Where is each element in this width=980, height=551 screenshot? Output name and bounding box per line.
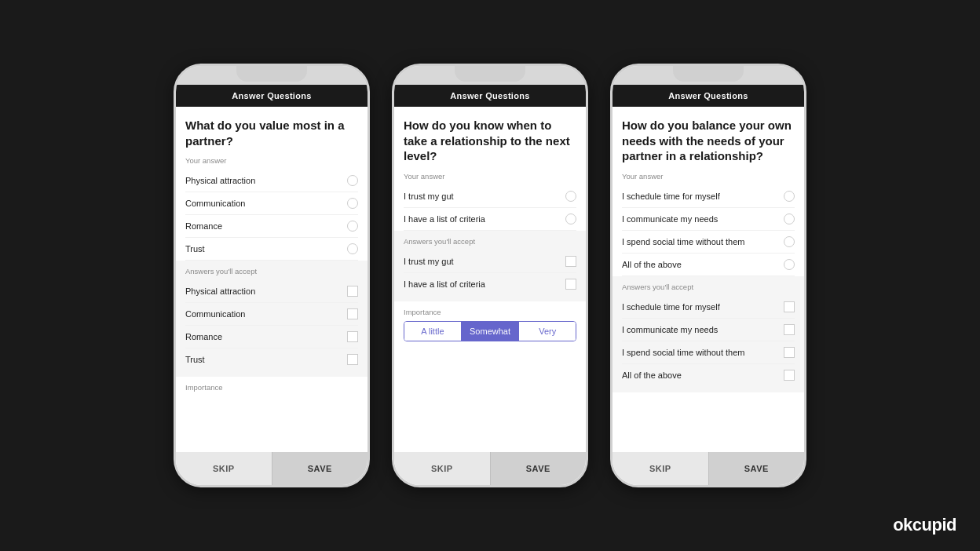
checkbox[interactable] <box>565 256 576 267</box>
checkbox[interactable] <box>784 370 795 381</box>
radio-button[interactable] <box>784 191 795 202</box>
radio-button[interactable] <box>347 243 358 254</box>
your-answer-item-3[interactable]: I spend social time without them <box>622 231 795 254</box>
accept-answer-item-4[interactable]: All of the above <box>622 364 795 386</box>
phone-wrapper-2: Answer QuestionsHow do you know when to … <box>392 64 588 487</box>
answer-text: I trust my gut <box>404 192 454 201</box>
radio-button[interactable] <box>347 221 358 232</box>
checkbox[interactable] <box>784 324 795 335</box>
phone-header: Answer Questions <box>176 85 368 107</box>
answer-text: Physical attraction <box>185 286 255 296</box>
phone-content: How do you balance your own needs with t… <box>612 107 804 485</box>
accept-answer-item-2[interactable]: Communication <box>185 303 358 326</box>
okcupid-logo: okcupid <box>893 515 956 535</box>
accepts-label: Answers you'll accept <box>404 237 576 246</box>
accepts-label: Answers you'll accept <box>185 267 358 276</box>
importance-section: Importance <box>185 377 358 392</box>
content-scroll: How do you balance your own needs with t… <box>612 107 804 452</box>
phone-footer: SKIPSAVE <box>612 452 804 485</box>
answer-text: I spend social time without them <box>622 237 745 246</box>
accept-answer-item-1[interactable]: Physical attraction <box>185 280 358 303</box>
accepts-section: Answers you'll acceptI trust my gutI hav… <box>394 231 586 301</box>
accept-answer-item-1[interactable]: I trust my gut <box>404 250 576 273</box>
answer-text: I spend social time without them <box>622 348 745 357</box>
phone-wrapper-3: Answer QuestionsHow do you balance your … <box>610 64 806 487</box>
accept-answer-item-1[interactable]: I schedule time for myself <box>622 296 795 319</box>
importance-label: Importance <box>404 308 576 316</box>
save-button[interactable]: SAVE <box>709 452 805 485</box>
your-answer-item-2[interactable]: I communicate my needs <box>622 208 795 231</box>
checkbox[interactable] <box>347 354 358 365</box>
save-button[interactable]: SAVE <box>491 452 587 485</box>
answer-text: Romance <box>185 332 222 341</box>
accept-answer-item-4[interactable]: Trust <box>185 348 358 370</box>
phone-1: Answer QuestionsWhat do you value most i… <box>174 64 370 487</box>
your-answer-label: Your answer <box>185 156 358 165</box>
radio-button[interactable] <box>347 175 358 186</box>
importance-btn-a little[interactable]: A little <box>404 322 461 341</box>
your-answer-item-1[interactable]: I trust my gut <box>404 185 576 208</box>
radio-button[interactable] <box>565 213 576 224</box>
accepts-section: Answers you'll acceptPhysical attraction… <box>176 261 368 377</box>
your-answer-label: Your answer <box>622 172 795 181</box>
accept-answer-item-2[interactable]: I communicate my needs <box>622 319 795 341</box>
answer-text: Physical attraction <box>185 176 255 185</box>
answer-text: All of the above <box>622 260 682 269</box>
phones-container: Answer QuestionsWhat do you value most i… <box>174 64 806 487</box>
phone-header: Answer Questions <box>612 85 804 107</box>
answer-text: I have a list of criteria <box>404 279 485 289</box>
answer-text: I have a list of criteria <box>404 214 485 224</box>
importance-label: Importance <box>185 383 358 392</box>
content-scroll: How do you know when to take a relations… <box>394 107 586 452</box>
checkbox[interactable] <box>347 331 358 342</box>
phone-wrapper-1: Answer QuestionsWhat do you value most i… <box>174 64 370 487</box>
importance-btn-somewhat[interactable]: Somewhat <box>462 322 518 341</box>
answer-text: All of the above <box>622 370 682 380</box>
radio-button[interactable] <box>784 213 795 224</box>
your-answer-item-3[interactable]: Romance <box>185 215 358 238</box>
phone-2: Answer QuestionsHow do you know when to … <box>392 64 588 487</box>
accept-answer-item-3[interactable]: I spend social time without them <box>622 341 795 364</box>
answer-text: Romance <box>185 221 222 231</box>
question-title: How do you know when to take a relations… <box>404 118 576 164</box>
skip-button[interactable]: SKIP <box>612 452 708 485</box>
your-answer-item-2[interactable]: Communication <box>185 192 358 215</box>
answer-text: Trust <box>185 244 205 254</box>
phone-notch <box>236 66 307 82</box>
checkbox[interactable] <box>565 279 576 290</box>
radio-button[interactable] <box>784 259 795 270</box>
your-answer-item-2[interactable]: I have a list of criteria <box>404 208 576 231</box>
phone-header: Answer Questions <box>394 85 586 107</box>
answer-text: I schedule time for myself <box>622 302 720 312</box>
question-title: How do you balance your own needs with t… <box>622 118 795 164</box>
accepts-label: Answers you'll accept <box>622 283 795 291</box>
skip-button[interactable]: SKIP <box>394 452 490 485</box>
content-scroll: What do you value most in a partner?Your… <box>176 107 368 452</box>
accept-answer-item-2[interactable]: I have a list of criteria <box>404 273 576 295</box>
radio-button[interactable] <box>565 191 576 202</box>
answer-text: Trust <box>185 355 205 364</box>
answer-text: I communicate my needs <box>622 325 718 334</box>
radio-button[interactable] <box>784 236 795 247</box>
your-answer-item-1[interactable]: I schedule time for myself <box>622 185 795 208</box>
checkbox[interactable] <box>784 301 795 312</box>
question-title: What do you value most in a partner? <box>185 118 358 148</box>
checkbox[interactable] <box>347 308 358 319</box>
save-button[interactable]: SAVE <box>272 452 368 485</box>
your-answer-label: Your answer <box>404 172 576 181</box>
importance-buttons: A littleSomewhatVery <box>404 321 576 341</box>
accept-answer-item-3[interactable]: Romance <box>185 326 358 348</box>
phone-footer: SKIPSAVE <box>176 452 368 485</box>
accepts-section: Answers you'll acceptI schedule time for… <box>612 276 804 392</box>
importance-btn-very[interactable]: Very <box>519 322 576 341</box>
skip-button[interactable]: SKIP <box>176 452 272 485</box>
importance-section: ImportanceA littleSomewhatVery <box>404 301 576 341</box>
your-answer-item-1[interactable]: Physical attraction <box>185 170 358 192</box>
checkbox[interactable] <box>784 347 795 358</box>
radio-button[interactable] <box>347 198 358 209</box>
answer-text: Communication <box>185 309 245 319</box>
your-answer-item-4[interactable]: Trust <box>185 238 358 261</box>
your-answer-item-4[interactable]: All of the above <box>622 254 795 276</box>
answer-text: I trust my gut <box>404 257 454 266</box>
checkbox[interactable] <box>347 286 358 297</box>
